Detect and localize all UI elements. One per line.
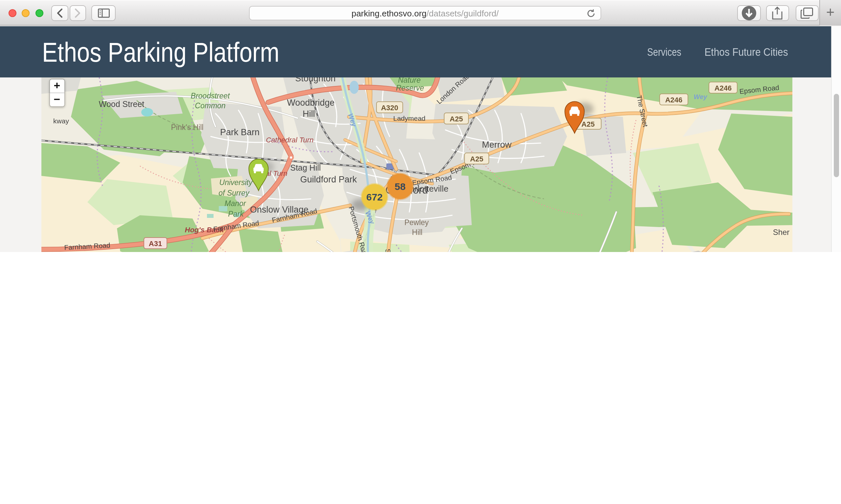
svg-text:Park Barn: Park Barn (220, 127, 259, 137)
svg-text:58: 58 (394, 181, 405, 192)
svg-text:Wood Street: Wood Street (99, 99, 144, 108)
svg-text:Park: Park (228, 209, 244, 218)
svg-text:University: University (219, 178, 253, 186)
svg-text:Ladymead: Ladymead (393, 114, 425, 122)
svg-text:A246: A246 (665, 95, 682, 104)
svg-text:A25: A25 (581, 120, 594, 128)
svg-text:Guildford Park: Guildford Park (300, 174, 357, 184)
svg-text:Common: Common (194, 101, 225, 110)
svg-text:A31: A31 (149, 239, 161, 247)
svg-text:Manor: Manor (224, 199, 246, 208)
svg-text:kway: kway (53, 117, 69, 124)
svg-text:Pewley: Pewley (404, 218, 429, 227)
svg-text:Woodbridge: Woodbridge (287, 97, 334, 107)
svg-text:Wey: Wey (693, 93, 707, 100)
svg-text:A25: A25 (470, 155, 483, 163)
svg-text:Sher: Sher (773, 228, 789, 236)
svg-text:Pink's Hill: Pink's Hill (171, 123, 203, 131)
svg-text:Hill: Hill (302, 109, 315, 119)
svg-text:Nature: Nature (397, 77, 420, 84)
svg-text:672: 672 (366, 191, 382, 202)
svg-text:A25: A25 (449, 114, 463, 123)
svg-text:Stag Hill: Stag Hill (290, 163, 320, 172)
svg-text:Cathedral Turn: Cathedral Turn (265, 136, 313, 144)
svg-text:A320: A320 (381, 103, 398, 111)
svg-text:Stoughton: Stoughton (295, 77, 335, 83)
svg-text:Hill: Hill (412, 228, 422, 236)
svg-text:Reserve: Reserve (396, 83, 424, 92)
svg-text:of Surrey: of Surrey (218, 188, 250, 197)
svg-text:Merrow: Merrow (482, 140, 512, 149)
svg-text:A246: A246 (714, 84, 732, 92)
svg-text:Broodstreet: Broodstreet (191, 91, 230, 100)
